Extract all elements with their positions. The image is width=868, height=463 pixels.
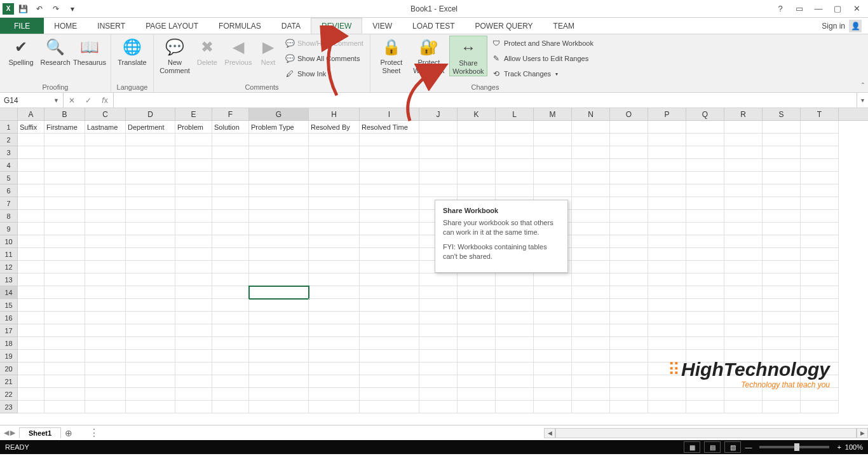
- tab-review[interactable]: REVIEW: [311, 18, 362, 34]
- cell[interactable]: [801, 223, 839, 235]
- tab-data[interactable]: DATA: [271, 18, 311, 34]
- cell[interactable]: [801, 172, 839, 184]
- cell[interactable]: [175, 363, 212, 375]
- cell[interactable]: [309, 324, 360, 337]
- cell[interactable]: [801, 184, 839, 197]
- cell[interactable]: [610, 159, 648, 172]
- cell[interactable]: [572, 401, 610, 413]
- cell[interactable]: [309, 159, 360, 172]
- cell[interactable]: [175, 146, 212, 159]
- cell[interactable]: [212, 159, 249, 172]
- cell[interactable]: [763, 388, 801, 401]
- cell[interactable]: [572, 121, 610, 134]
- cell[interactable]: [763, 248, 801, 261]
- cell[interactable]: [724, 248, 763, 261]
- cell[interactable]: [419, 121, 458, 134]
- cell[interactable]: [534, 273, 572, 286]
- cell[interactable]: [686, 134, 724, 146]
- cell[interactable]: [534, 375, 572, 388]
- cell[interactable]: [648, 286, 686, 299]
- page-break-view-button[interactable]: ▧: [724, 441, 741, 453]
- cell[interactable]: [212, 172, 249, 184]
- scroll-left-button[interactable]: ◀: [544, 428, 555, 438]
- cell[interactable]: [419, 312, 458, 324]
- cell[interactable]: [309, 261, 360, 273]
- cell[interactable]: [686, 235, 724, 248]
- cell[interactable]: [175, 375, 212, 388]
- cell[interactable]: [419, 146, 458, 159]
- cell[interactable]: [496, 363, 534, 375]
- cell[interactable]: [126, 286, 175, 299]
- cell[interactable]: [360, 324, 419, 337]
- cell[interactable]: [44, 375, 85, 388]
- cell[interactable]: Lastname: [85, 121, 126, 134]
- cell[interactable]: [686, 146, 724, 159]
- cell[interactable]: [249, 146, 309, 159]
- cell[interactable]: [419, 172, 458, 184]
- cell[interactable]: [572, 197, 610, 210]
- cell[interactable]: [126, 299, 175, 312]
- spelling-button[interactable]: ✔Spelling: [4, 36, 38, 67]
- cell[interactable]: [648, 134, 686, 146]
- cell[interactable]: [18, 261, 44, 273]
- cell[interactable]: [309, 197, 360, 210]
- cell[interactable]: [249, 350, 309, 363]
- row-header[interactable]: 10: [0, 235, 18, 248]
- cell[interactable]: [126, 312, 175, 324]
- cell[interactable]: [85, 159, 126, 172]
- cell[interactable]: [175, 184, 212, 197]
- cell[interactable]: [212, 223, 249, 235]
- cell[interactable]: [763, 261, 801, 273]
- cell[interactable]: [249, 197, 309, 210]
- allow-edit-ranges-button[interactable]: ✎Allow Users to Edit Ranges: [489, 51, 596, 66]
- cell[interactable]: [126, 375, 175, 388]
- cell[interactable]: [360, 286, 419, 299]
- cell[interactable]: [44, 324, 85, 337]
- cell[interactable]: [610, 337, 648, 350]
- cell[interactable]: [458, 312, 496, 324]
- fx-icon[interactable]: fx: [97, 96, 113, 105]
- cell[interactable]: [249, 286, 309, 299]
- cell[interactable]: [85, 337, 126, 350]
- cell[interactable]: [44, 248, 85, 261]
- cell[interactable]: [686, 210, 724, 223]
- cell[interactable]: [496, 273, 534, 286]
- cell[interactable]: [85, 184, 126, 197]
- cell[interactable]: [496, 172, 534, 184]
- row-header[interactable]: 17: [0, 324, 18, 337]
- cell[interactable]: [18, 134, 44, 146]
- cell[interactable]: Solution: [212, 121, 249, 134]
- cell[interactable]: [175, 159, 212, 172]
- cell[interactable]: [724, 286, 763, 299]
- cell[interactable]: [18, 286, 44, 299]
- cell[interactable]: [175, 172, 212, 184]
- cell[interactable]: [175, 388, 212, 401]
- cell[interactable]: [18, 248, 44, 261]
- cell[interactable]: [458, 146, 496, 159]
- cell[interactable]: [496, 159, 534, 172]
- cell[interactable]: [419, 324, 458, 337]
- cell[interactable]: [18, 337, 44, 350]
- cell[interactable]: [175, 299, 212, 312]
- column-header[interactable]: P: [648, 108, 686, 120]
- cell[interactable]: [763, 273, 801, 286]
- cell[interactable]: [309, 286, 360, 299]
- cell[interactable]: [610, 261, 648, 273]
- cell[interactable]: [309, 375, 360, 388]
- cell[interactable]: [610, 324, 648, 337]
- cell[interactable]: [212, 134, 249, 146]
- cell[interactable]: [18, 172, 44, 184]
- row-header[interactable]: 19: [0, 350, 18, 363]
- cell[interactable]: [85, 299, 126, 312]
- cell[interactable]: [249, 337, 309, 350]
- cell[interactable]: [360, 159, 419, 172]
- cell[interactable]: [572, 286, 610, 299]
- next-comment-button[interactable]: ▶Next: [255, 36, 281, 67]
- cell[interactable]: [175, 223, 212, 235]
- cell[interactable]: [18, 350, 44, 363]
- cell[interactable]: [249, 184, 309, 197]
- cell[interactable]: [572, 134, 610, 146]
- cell[interactable]: [249, 235, 309, 248]
- cell[interactable]: [18, 235, 44, 248]
- cell[interactable]: [18, 273, 44, 286]
